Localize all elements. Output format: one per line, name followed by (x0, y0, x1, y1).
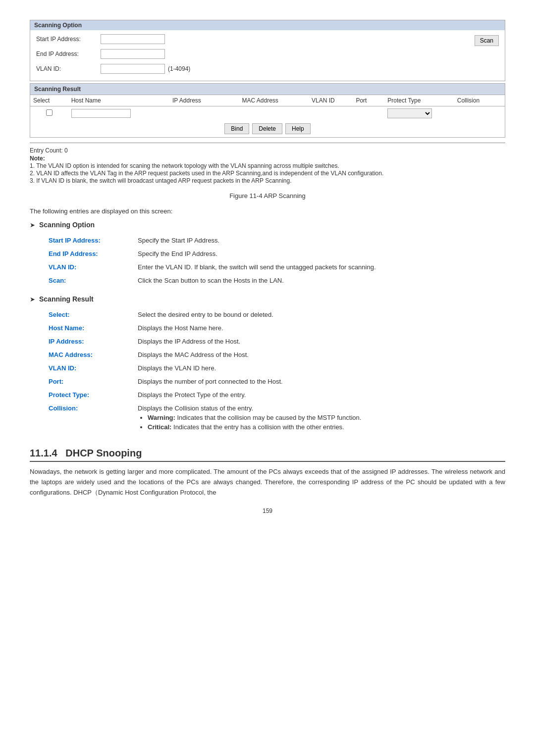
end-ip-row: End IP Address: (36, 49, 499, 59)
bind-button[interactable]: Bind (224, 123, 249, 134)
def-label-host-name: Host Name: (45, 321, 134, 335)
def-desc-end-ip: Specify the End IP Address. (134, 247, 505, 260)
collision-bullet-list: Warning: Indicates that the collision ma… (148, 414, 501, 431)
def-row-ip-address: IP Address: Displays the IP Address of t… (45, 335, 505, 348)
collision-bullet-warning: Warning: Indicates that the collision ma… (148, 414, 501, 421)
start-ip-label: Start IP Address: (36, 36, 101, 43)
critical-text: Indicates that the entry has a collision… (173, 423, 344, 431)
action-row: Bind Delete Help (30, 120, 505, 137)
def-row-vlan-id: VLAN ID: Enter the VLAN ID. If blank, th… (45, 260, 505, 274)
help-button[interactable]: Help (285, 123, 311, 134)
start-ip-input[interactable] (101, 34, 165, 44)
def-desc-start-ip: Specify the Start IP Address. (134, 234, 505, 247)
col-protect: Protect Type (384, 95, 454, 106)
col-vlan: VLAN ID (309, 95, 353, 106)
def-row-host-name: Host Name: Displays the Host Name here. (45, 321, 505, 335)
def-row-collision: Collision: Displays the Collision status… (45, 402, 505, 436)
def-row-vlan-id-result: VLAN ID: Displays the VLAN ID here. (45, 361, 505, 375)
def-label-vlan-id-result: VLAN ID: (45, 361, 134, 375)
collision-bullet-critical: Critical: Indicates that the entry has a… (148, 423, 501, 431)
scanning-result-panel: Scanning Result Select Host Name IP Addr… (30, 83, 505, 138)
col-collision: Collision (454, 95, 505, 106)
row-vlan (309, 106, 353, 121)
col-port: Port (353, 95, 384, 106)
scanning-result-table: Select Host Name IP Address MAC Address … (30, 95, 505, 120)
def-row-scan: Scan: Click the Scan button to scan the … (45, 274, 505, 287)
vlan-id-row: VLAN ID: (1-4094) (36, 64, 499, 74)
def-desc-mac-address: Displays the MAC Address of the Host. (134, 348, 505, 361)
figure-caption: Figure 11-4 ARP Scanning (30, 192, 505, 200)
start-ip-row: Start IP Address: (36, 34, 499, 44)
divider (30, 143, 505, 143)
vlan-id-input[interactable] (101, 64, 165, 74)
note-section: Note: 1. The VLAN ID option is intended … (30, 155, 505, 184)
table-row (30, 106, 505, 121)
section-arrow-2: ➤ (30, 296, 35, 303)
scanning-result-section-heading: ➤ Scanning Result (30, 295, 505, 303)
def-desc-vlan-id-result: Displays the VLAN ID here. (134, 361, 505, 375)
def-desc-vlan-id: Enter the VLAN ID. If blank, the switch … (134, 260, 505, 274)
scanning-option-body: Start IP Address: End IP Address: VLAN I… (30, 30, 505, 81)
def-label-select: Select: (45, 308, 134, 321)
scanning-option-panel: Scanning Option Start IP Address: End IP… (30, 20, 505, 81)
def-label-start-ip: Start IP Address: (45, 234, 134, 247)
vlan-hint: (1-4094) (168, 65, 190, 72)
def-label-port: Port: (45, 375, 134, 388)
def-row-mac-address: MAC Address: Displays the MAC Address of… (45, 348, 505, 361)
def-row-port: Port: Displays the number of port connec… (45, 375, 505, 388)
warning-text: Indicates that the collision may be caus… (177, 414, 361, 421)
scan-button[interactable]: Scan (475, 35, 499, 46)
def-desc-port: Displays the number of port connected to… (134, 375, 505, 388)
row-mac (239, 106, 309, 121)
def-label-ip-address: IP Address: (45, 335, 134, 348)
col-hostname: Host Name (68, 95, 169, 106)
intro-text: The following entries are displayed on t… (30, 207, 505, 215)
protect-type-select[interactable] (387, 108, 432, 118)
def-label-vlan-id: VLAN ID: (45, 260, 134, 274)
row-collision (454, 106, 505, 121)
dhcp-snooping-title: 11.1.4 DHCP Snooping (30, 448, 505, 462)
def-desc-host-name: Displays the Host Name here. (134, 321, 505, 335)
hostname-input[interactable] (71, 109, 131, 118)
note-line-2: 2. VLAN ID affects the VLAN Tag in the A… (30, 170, 505, 177)
dhcp-section-heading: DHCP Snooping (65, 448, 142, 458)
warning-bold: Warning: (148, 414, 175, 421)
row-checkbox[interactable] (46, 109, 53, 116)
page-number: 159 (30, 507, 505, 514)
def-label-protect-type: Protect Type: (45, 388, 134, 402)
col-select: Select (30, 95, 68, 106)
def-desc-select: Select the desired entry to be bound or … (134, 308, 505, 321)
def-label-collision: Collision: (45, 402, 134, 436)
row-checkbox-cell (30, 106, 68, 121)
dhcp-snooping-section: 11.1.4 DHCP Snooping Nowadays, the netwo… (30, 448, 505, 498)
delete-button[interactable]: Delete (252, 123, 282, 134)
def-label-mac-address: MAC Address: (45, 348, 134, 361)
scanning-result-header: Scanning Result (30, 84, 505, 95)
def-label-end-ip: End IP Address: (45, 247, 134, 260)
note-title: Note: (30, 155, 45, 162)
def-desc-protect-type: Displays the Protect Type of the entry. (134, 388, 505, 402)
row-ip (169, 106, 239, 121)
def-row-protect-type: Protect Type: Displays the Protect Type … (45, 388, 505, 402)
critical-bold: Critical: (148, 423, 171, 431)
row-port (353, 106, 384, 121)
note-line-1: 1. The VLAN ID option is intended for sc… (30, 162, 505, 169)
def-desc-collision: Displays the Collision status of the ent… (134, 402, 505, 436)
def-row-select: Select: Select the desired entry to be b… (45, 308, 505, 321)
col-ip: IP Address (169, 95, 239, 106)
end-ip-input[interactable] (101, 49, 165, 59)
collision-desc-text: Displays the Collision status of the ent… (138, 404, 253, 412)
row-hostname (68, 106, 169, 121)
scanning-result-def-table: Select: Select the desired entry to be b… (45, 308, 505, 436)
dhcp-section-number: 11.1.4 (30, 448, 57, 458)
note-line-3: 3. If VLAN ID is blank, the switch will … (30, 177, 505, 184)
vlan-id-label: VLAN ID: (36, 65, 101, 72)
scanning-option-def-table: Start IP Address: Specify the Start IP A… (45, 234, 505, 287)
def-row-start-ip: Start IP Address: Specify the Start IP A… (45, 234, 505, 247)
scanning-form: Start IP Address: End IP Address: VLAN I… (36, 34, 499, 77)
def-desc-ip-address: Displays the IP Address of the Host. (134, 335, 505, 348)
def-row-end-ip: End IP Address: Specify the End IP Addre… (45, 247, 505, 260)
def-label-scan: Scan: (45, 274, 134, 287)
entry-count: Entry Count: 0 (30, 147, 505, 154)
scanning-option-section-heading: ➤ Scanning Option (30, 221, 505, 229)
